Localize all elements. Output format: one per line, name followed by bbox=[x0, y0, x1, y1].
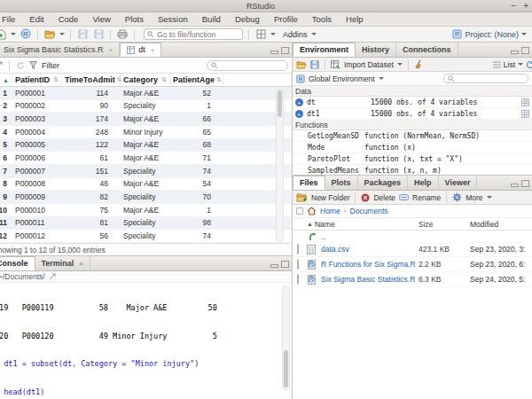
menu-debug[interactable]: Debug bbox=[228, 12, 267, 26]
tab-plots[interactable]: Plots bbox=[325, 176, 358, 190]
maximize-button[interactable]: + bbox=[523, 1, 528, 11]
gear-icon[interactable] bbox=[452, 192, 462, 202]
col-patientage[interactable]: PatientAge⇅ bbox=[170, 74, 223, 86]
import-dataset-icon[interactable] bbox=[331, 60, 340, 69]
home-icon[interactable] bbox=[307, 207, 317, 215]
expand-icon[interactable]: ▸ bbox=[295, 98, 303, 106]
files-col-name[interactable]: Name bbox=[315, 220, 335, 229]
tab-connections[interactable]: Connections bbox=[396, 43, 458, 57]
environment-search-box[interactable] bbox=[443, 74, 528, 83]
tab-script[interactable]: Six Sigma Basic Statistics.R × bbox=[0, 43, 120, 57]
scrollbar-thumb[interactable] bbox=[284, 350, 288, 387]
import-dataset-caret-icon[interactable] bbox=[397, 63, 403, 66]
new-file-icon[interactable] bbox=[0, 28, 7, 40]
file-row-six-sigma[interactable]: R Six Sigma Basic Statistics.R 6.3 KB Se… bbox=[293, 272, 532, 287]
menu-session[interactable]: Session bbox=[151, 12, 195, 26]
view-table-icon[interactable] bbox=[521, 98, 529, 106]
tab-viewer[interactable]: Viewer bbox=[439, 176, 478, 190]
minimize-pane-icon[interactable] bbox=[270, 51, 278, 54]
close-icon[interactable]: × bbox=[109, 46, 113, 54]
minimize-pane-icon[interactable] bbox=[270, 264, 278, 268]
table-search-box[interactable] bbox=[207, 60, 288, 71]
view-table-icon[interactable] bbox=[521, 110, 529, 118]
parent-directory-row[interactable]: .. bbox=[293, 231, 532, 242]
file-checkbox[interactable] bbox=[297, 244, 299, 254]
files-col-modified[interactable]: Modified bbox=[470, 220, 532, 229]
print-icon[interactable] bbox=[116, 28, 129, 40]
rownum-header[interactable]: ▲ bbox=[0, 74, 12, 86]
save-icon[interactable] bbox=[76, 28, 89, 40]
tab-terminal[interactable]: Terminal× bbox=[35, 256, 91, 270]
menu-help[interactable]: Help bbox=[339, 12, 371, 26]
env-item-paretoplot[interactable]: ParetoPlot function (x, txt = "X") bbox=[293, 153, 532, 165]
menu-build[interactable]: Build bbox=[195, 12, 228, 26]
addins-label[interactable]: Addins bbox=[283, 30, 308, 39]
tab-packages[interactable]: Packages bbox=[358, 176, 409, 190]
more-caret-icon[interactable] bbox=[487, 196, 492, 199]
console-scrollbar[interactable] bbox=[282, 286, 290, 390]
filter-funnel-icon[interactable] bbox=[29, 61, 37, 69]
clear-broom-icon[interactable] bbox=[414, 59, 424, 69]
menu-plots[interactable]: Plots bbox=[118, 12, 151, 26]
list-caret-icon[interactable] bbox=[518, 63, 523, 66]
rename-icon[interactable] bbox=[399, 193, 409, 201]
table-row[interactable]: 7P000007151Speciality74 bbox=[0, 165, 292, 178]
rename-button[interactable]: Rename bbox=[412, 193, 441, 202]
breadcrumb-documents[interactable]: Documents bbox=[350, 207, 388, 215]
table-row[interactable]: 3P000003174Major A&E66 bbox=[0, 113, 292, 126]
panes-grid-icon[interactable] bbox=[254, 28, 267, 40]
new-file-caret-icon[interactable] bbox=[11, 33, 16, 35]
scrollbar-thumb[interactable] bbox=[278, 90, 282, 117]
table-row[interactable]: 12P00001256Speciality74 bbox=[0, 230, 292, 243]
popout-icon[interactable] bbox=[0, 61, 3, 70]
menu-file[interactable]: File bbox=[0, 12, 22, 26]
list-view-selector[interactable]: List bbox=[504, 60, 515, 69]
maximize-pane-icon[interactable] bbox=[281, 261, 289, 268]
col-timetoadmit[interactable]: TimeToAdmit⇅ bbox=[62, 74, 121, 86]
tab-files[interactable]: Files bbox=[293, 176, 325, 190]
more-button[interactable]: More bbox=[466, 193, 482, 202]
select-all-checkbox[interactable] bbox=[296, 207, 303, 215]
table-search-input[interactable] bbox=[221, 61, 283, 69]
menu-edit[interactable]: Edit bbox=[22, 12, 51, 26]
open-workspace-icon[interactable] bbox=[296, 60, 307, 69]
env-item-dt[interactable]: ▸ dt 15000 obs. of 4 variables bbox=[293, 97, 532, 108]
maximize-pane-icon[interactable] bbox=[521, 180, 529, 187]
menu-view[interactable]: View bbox=[85, 12, 117, 26]
close-icon[interactable]: × bbox=[79, 260, 83, 268]
breadcrumb-home[interactable]: Home bbox=[320, 207, 340, 215]
table-row[interactable]: 10P00001075Major A&E1 bbox=[0, 204, 292, 217]
table-row[interactable]: 2P00000290Speciality1 bbox=[0, 100, 292, 113]
refresh-icon[interactable] bbox=[16, 61, 25, 70]
new-folder-icon[interactable] bbox=[296, 192, 308, 202]
file-row-data-csv[interactable]: data.csv 423.1 KB Sep 23, 2020, 3: bbox=[293, 242, 532, 257]
environment-search-input[interactable] bbox=[458, 74, 524, 82]
scope-selector[interactable]: Global Environment bbox=[309, 74, 375, 83]
tab-environment[interactable]: Environment bbox=[293, 43, 356, 57]
table-row[interactable]: 5P000005122Major A&E68 bbox=[0, 139, 292, 153]
maximize-pane-icon[interactable] bbox=[521, 47, 529, 54]
menu-profile[interactable]: Profile bbox=[267, 12, 305, 26]
table-scrollbar[interactable] bbox=[276, 88, 284, 242]
refresh-icon[interactable] bbox=[526, 60, 532, 69]
table-row[interactable]: 1P000001114Major A&E52 bbox=[0, 87, 292, 100]
col-patientid[interactable]: PatientID⇅ bbox=[12, 74, 62, 86]
scope-caret-icon[interactable] bbox=[379, 77, 384, 80]
table-row[interactable]: 4P000004248Minor Injury65 bbox=[0, 126, 292, 139]
env-item-dt1[interactable]: ▸ dt1 15000 obs. of 4 variables bbox=[293, 108, 532, 120]
env-item-mode[interactable]: Mode function (x) bbox=[293, 142, 532, 153]
import-dataset-button[interactable]: Import Dataset bbox=[344, 60, 394, 69]
minimize-button[interactable]: − bbox=[511, 1, 516, 11]
expand-icon[interactable]: ▸ bbox=[295, 110, 303, 118]
new-folder-button[interactable]: New Folder bbox=[311, 193, 349, 202]
menu-code[interactable]: Code bbox=[51, 12, 86, 26]
minimize-pane-icon[interactable] bbox=[511, 51, 519, 54]
table-row[interactable]: 6P00000661Major A&E71 bbox=[0, 152, 292, 165]
new-project-icon[interactable]: R bbox=[20, 28, 32, 40]
console-output[interactable]: 119 P000119 58 Major A&E 50 120 P000120 … bbox=[0, 283, 292, 392]
file-checkbox[interactable] bbox=[297, 274, 299, 285]
tab-data-dt[interactable]: dt × bbox=[120, 43, 161, 57]
files-col-size[interactable]: Size bbox=[419, 220, 470, 229]
filter-button[interactable]: Filter bbox=[42, 61, 59, 70]
save-all-icon[interactable] bbox=[92, 28, 105, 40]
